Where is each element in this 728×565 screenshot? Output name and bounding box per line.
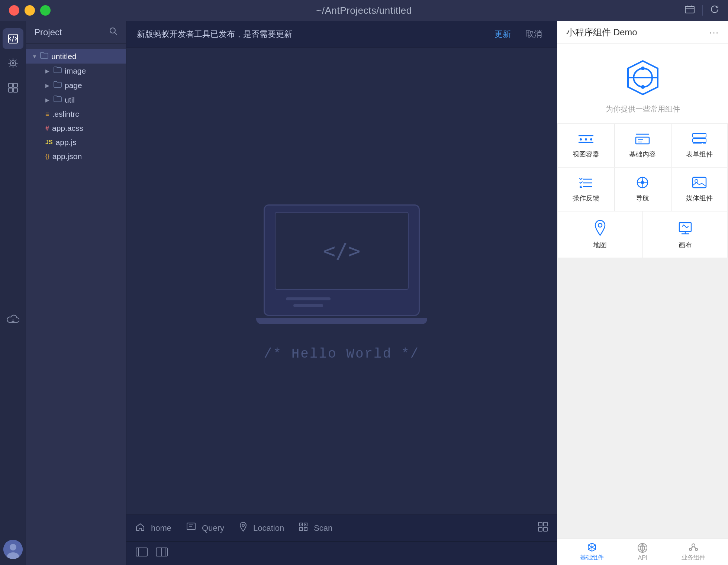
- editor-placeholder: </> /* Hello World */: [264, 201, 420, 362]
- preview-grid-row1: 视图容器 基础内容: [558, 124, 727, 167]
- tree-item-image[interactable]: ▶ image: [26, 64, 126, 78]
- grid-icon[interactable]: [538, 522, 548, 535]
- refresh-icon[interactable]: [710, 5, 719, 16]
- notification-text: 新版蚂蚁开发者工具已发布，是否需要更新: [137, 29, 484, 40]
- svg-point-76: [689, 548, 692, 551]
- tree-arrow-util: ▶: [45, 97, 51, 103]
- split-left-icon[interactable]: [135, 547, 148, 559]
- preview-subtitle: 为你提供一些常用组件: [606, 104, 680, 114]
- file-panel-header: Project: [26, 21, 126, 44]
- grid-item-basic-content[interactable]: 基础内容: [615, 124, 670, 167]
- user-avatar[interactable]: [3, 540, 23, 559]
- basic-content-label: 基础内容: [629, 150, 656, 159]
- grid-item-map[interactable]: 地图: [558, 212, 642, 258]
- app-logo: [622, 57, 663, 98]
- grid-item-canvas[interactable]: 画布: [643, 212, 728, 258]
- titlebar-actions: [685, 5, 719, 16]
- traffic-lights: [9, 5, 51, 16]
- svg-rect-0: [685, 6, 694, 13]
- svg-rect-30: [538, 527, 542, 531]
- svg-rect-25: [305, 524, 306, 525]
- tree-item-label: untitled: [51, 52, 77, 61]
- svg-rect-51: [693, 139, 706, 142]
- sidebar-item-cloud[interactable]: [3, 309, 23, 329]
- preview-grid-row3: 地图 画布: [558, 212, 727, 258]
- tree-item-label: app.js: [56, 138, 77, 147]
- grid-item-form[interactable]: 表单组件: [671, 124, 727, 167]
- sidebar-item-components[interactable]: [3, 77, 23, 98]
- split-right-icon[interactable]: [155, 547, 168, 559]
- view-container-icon: [578, 132, 594, 145]
- tree-item-util[interactable]: ▶ util: [26, 93, 126, 107]
- maximize-button[interactable]: [40, 5, 51, 16]
- preview-panel: 小程序组件 Demo ··· 为你提供一些常用组件: [557, 21, 728, 565]
- business-nav-label: 业务组件: [682, 554, 705, 562]
- svg-rect-8: [13, 83, 17, 87]
- preview-nav-api[interactable]: API: [637, 543, 648, 561]
- eslint-icon: ≡: [45, 110, 49, 118]
- preview-content: 为你提供一些常用组件 视图容器: [557, 44, 728, 538]
- notification-bar: 新版蚂蚁开发者工具已发布，是否需要更新 更新 取消: [126, 21, 557, 48]
- tree-item-label: app.json: [52, 152, 82, 161]
- bottom-icons-row: [126, 541, 557, 565]
- window-title: ~/AntProjects/untitled: [316, 5, 412, 16]
- svg-point-40: [641, 85, 645, 89]
- js-icon: JS: [45, 139, 53, 146]
- preview-titlebar: 小程序组件 Demo ···: [557, 21, 728, 44]
- folder-icon-image: [54, 66, 62, 75]
- grid-item-nav[interactable]: 导航: [615, 168, 670, 211]
- svg-point-19: [242, 524, 244, 526]
- map-icon: [593, 220, 607, 236]
- tree-item-appacss[interactable]: # app.acss: [26, 121, 126, 135]
- scan-nav-icon[interactable]: [299, 522, 308, 534]
- query-nav-icon[interactable]: [186, 522, 196, 534]
- api-nav-label: API: [638, 555, 648, 561]
- canvas-label: 画布: [679, 240, 692, 249]
- preview-nav-basic-components[interactable]: 基础组件: [580, 542, 604, 562]
- grid-item-view-container[interactable]: 视图容器: [558, 124, 614, 167]
- tree-item-appjson[interactable]: {} app.json: [26, 149, 126, 164]
- search-icon[interactable]: [109, 27, 118, 38]
- svg-rect-7: [9, 83, 13, 87]
- folder-icon-page: [54, 81, 62, 90]
- sidebar-item-code[interactable]: [3, 28, 23, 49]
- grid-item-media[interactable]: 媒体组件: [671, 168, 727, 211]
- tree-item-label: image: [65, 67, 86, 75]
- svg-point-77: [695, 548, 698, 551]
- tree-item-eslintrc[interactable]: ≡ .eslintrc: [26, 107, 126, 121]
- close-button[interactable]: [9, 5, 19, 16]
- editor-area: 新版蚂蚁开发者工具已发布，是否需要更新 更新 取消 </>: [126, 21, 557, 565]
- preview-nav-business[interactable]: 业务组件: [682, 542, 705, 562]
- grid-item-operation[interactable]: 操作反馈: [558, 168, 614, 211]
- sidebar-item-debug[interactable]: [3, 53, 23, 74]
- home-nav-icon[interactable]: [135, 522, 145, 534]
- preview-menu-button[interactable]: ···: [709, 27, 719, 38]
- bottom-bar: home Query Location: [126, 514, 557, 541]
- svg-rect-10: [13, 88, 17, 92]
- update-button[interactable]: 更新: [490, 26, 515, 42]
- tree-item-page[interactable]: ▶ page: [26, 78, 126, 93]
- minimize-button[interactable]: [25, 5, 35, 16]
- hello-world-text: /* Hello World */: [264, 346, 419, 362]
- svg-line-78: [690, 547, 693, 548]
- json-icon: {}: [45, 153, 49, 160]
- svg-rect-24: [301, 524, 302, 525]
- main-layout: Project ▼ untitled ▶: [0, 21, 728, 565]
- tree-item-untitled[interactable]: ▼ untitled: [26, 49, 126, 64]
- svg-rect-63: [693, 177, 706, 188]
- svg-point-75: [692, 544, 695, 547]
- calendar-icon[interactable]: [685, 5, 695, 16]
- location-nav-icon[interactable]: [239, 522, 247, 534]
- cancel-button[interactable]: 取消: [521, 26, 547, 42]
- svg-rect-27: [305, 529, 306, 529]
- form-icon: [691, 132, 708, 145]
- svg-rect-16: [187, 523, 195, 530]
- nav-label: 导航: [636, 194, 649, 203]
- preview-title: 小程序组件 Demo: [566, 26, 637, 38]
- svg-rect-50: [693, 133, 706, 137]
- basic-components-nav-label: 基础组件: [580, 554, 604, 562]
- file-panel: Project ▼ untitled ▶: [26, 21, 126, 565]
- basic-components-icon: [587, 542, 597, 552]
- tree-item-appjs[interactable]: JS app.js: [26, 135, 126, 149]
- svg-rect-66: [679, 223, 691, 232]
